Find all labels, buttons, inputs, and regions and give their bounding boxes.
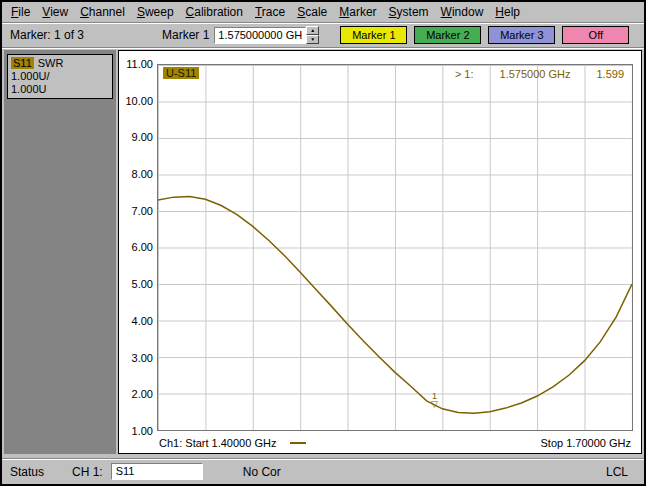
trace-status-line1: S11SWR <box>11 57 109 70</box>
y-tick: 7.00 <box>119 204 153 218</box>
menu-sweep[interactable]: Sweep <box>131 3 180 22</box>
sweep-start-annotation: Ch1: Start 1.40000 GHz <box>159 437 306 449</box>
trace-annotation: U-S11 <box>163 67 199 79</box>
trace-scale-label: 1.000U/ <box>11 70 109 83</box>
graticule: U-S11 > 1: 1.575000 GHz 1.599 1 ▽ <box>157 64 633 431</box>
menu-scale[interactable]: Scale <box>291 3 333 22</box>
marker-readout: > 1: 1.575000 GHz 1.599 <box>455 68 624 80</box>
marker-readout-freq: 1.575000 GHz <box>500 68 571 80</box>
marker-toolbar: Marker: 1 of 3 Marker 1 ▲ ▼ Marker 1 Mar… <box>2 23 644 48</box>
menu-window[interactable]: Window <box>435 3 490 22</box>
marker-triangle-icon: ▽ <box>431 400 438 408</box>
y-tick: 3.00 <box>119 351 153 365</box>
marker-off-button[interactable]: Off <box>562 26 629 44</box>
y-tick: 8.00 <box>119 167 153 181</box>
y-tick: 11.00 <box>119 57 153 71</box>
marker-status-text: Marker: 1 of 3 <box>2 28 162 42</box>
marker-1-indicator[interactable]: 1 ▽ <box>431 392 438 408</box>
status-bar: Status CH 1: S11 No Cor LCL <box>2 458 644 484</box>
analyzer-window: File View Channel Sweep Calibration Trac… <box>0 0 646 486</box>
marker-frequency-input[interactable] <box>214 27 306 44</box>
correction-status: No Cor <box>243 465 281 479</box>
spinner-down-icon[interactable]: ▼ <box>306 35 319 44</box>
y-axis-labels: 11.00 10.00 9.00 8.00 7.00 6.00 5.00 4.0… <box>119 57 153 438</box>
marker-button-group: Marker 1 Marker 2 Marker 3 Off <box>340 26 629 44</box>
menu-trace[interactable]: Trace <box>249 3 291 22</box>
measurement-field: S11 <box>111 463 203 480</box>
menu-view[interactable]: View <box>36 3 74 22</box>
y-tick: 2.00 <box>119 387 153 401</box>
menu-channel[interactable]: Channel <box>74 3 131 22</box>
trace-ref-label: 1.000U <box>11 83 109 96</box>
menu-marker[interactable]: Marker <box>333 3 382 22</box>
status-label: Status <box>10 465 44 479</box>
stop-frequency-label: Stop 1.70000 GHz <box>540 437 631 449</box>
trace-sidebar: S11SWR 1.000U/ 1.000U <box>4 50 116 454</box>
marker-field-label: Marker 1 <box>162 28 209 42</box>
menu-file[interactable]: File <box>5 3 36 22</box>
trace-measurement-label: S11 <box>11 57 34 69</box>
marker-3-button[interactable]: Marker 3 <box>488 26 555 44</box>
local-remote-status: LCL <box>606 465 628 479</box>
menu-help[interactable]: Help <box>489 3 526 22</box>
menu-system[interactable]: System <box>383 3 435 22</box>
menu-calibration[interactable]: Calibration <box>180 3 249 22</box>
swr-trace <box>158 196 632 413</box>
marker-1-button[interactable]: Marker 1 <box>340 26 407 44</box>
trace-format-label: SWR <box>38 57 64 69</box>
menu-bar: File View Channel Sweep Calibration Trac… <box>2 2 644 23</box>
trace-legend-line <box>290 442 306 444</box>
y-tick: 5.00 <box>119 277 153 291</box>
frequency-spinner: ▲ ▼ <box>306 26 319 44</box>
trace-plot <box>158 65 632 430</box>
y-tick: 1.00 <box>119 424 153 438</box>
start-frequency-label: Ch1: Start 1.40000 GHz <box>159 437 276 449</box>
plot-panel: 11.00 10.00 9.00 8.00 7.00 6.00 5.00 4.0… <box>118 50 642 454</box>
main-area: S11SWR 1.000U/ 1.000U 11.00 10.00 9.00 8… <box>2 48 644 456</box>
y-tick: 9.00 <box>119 130 153 144</box>
spinner-up-icon[interactable]: ▲ <box>306 26 319 35</box>
marker-readout-value: 1.599 <box>596 68 624 80</box>
marker-2-button[interactable]: Marker 2 <box>414 26 481 44</box>
channel-label: CH 1: <box>72 465 103 479</box>
y-tick: 4.00 <box>119 314 153 328</box>
marker-readout-prefix: > 1: <box>455 68 474 80</box>
y-tick: 10.00 <box>119 94 153 108</box>
y-tick: 6.00 <box>119 240 153 254</box>
trace-status-box[interactable]: S11SWR 1.000U/ 1.000U <box>7 54 113 99</box>
